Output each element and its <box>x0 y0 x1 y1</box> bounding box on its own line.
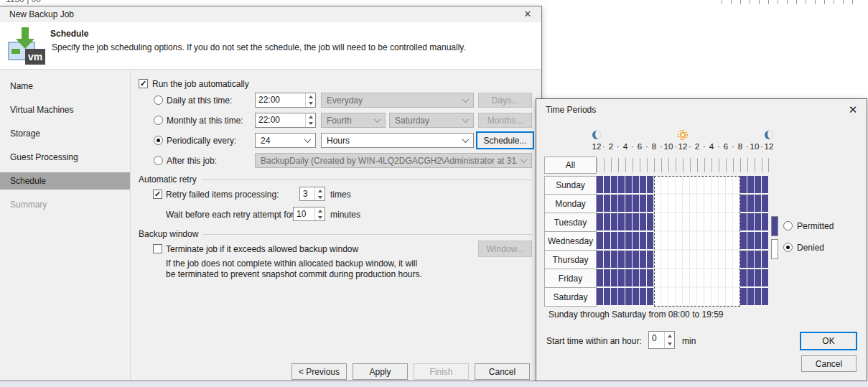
time-cell-friday-21[interactable] <box>747 269 755 288</box>
daily-radio[interactable] <box>154 95 163 105</box>
close-icon[interactable]: ✕ <box>844 103 862 116</box>
monthly-day-dropdown[interactable]: Saturday <box>389 113 474 128</box>
day-button-friday[interactable]: Friday <box>544 269 597 288</box>
time-cell-monday-19[interactable] <box>733 195 740 213</box>
time-cell-friday-23[interactable] <box>762 269 769 288</box>
time-cell-thursday-3[interactable] <box>618 251 625 269</box>
time-cell-monday-1[interactable] <box>604 195 611 213</box>
time-cell-saturday-2[interactable] <box>611 288 618 307</box>
time-cell-monday-15[interactable] <box>704 195 711 213</box>
ok-button[interactable]: OK <box>800 332 857 350</box>
time-cell-saturday-12[interactable] <box>683 288 690 307</box>
time-cell-saturday-5[interactable] <box>633 288 640 307</box>
time-cell-wednesday-1[interactable] <box>604 232 611 251</box>
spin-down-icon[interactable] <box>315 214 325 220</box>
time-cell-wednesday-20[interactable] <box>740 232 747 251</box>
time-cell-friday-8[interactable] <box>654 269 661 288</box>
sidebar-item-guest-processing[interactable]: Guest Processing <box>0 149 130 166</box>
time-cell-saturday-18[interactable] <box>726 288 733 307</box>
time-cell-wednesday-11[interactable] <box>676 232 683 251</box>
time-cell-wednesday-17[interactable] <box>719 232 726 251</box>
days-button[interactable]: Days... <box>478 93 532 108</box>
time-cell-sunday-16[interactable] <box>711 176 719 195</box>
time-cell-tuesday-6[interactable] <box>640 213 647 232</box>
time-cell-tuesday-13[interactable] <box>690 213 697 232</box>
time-cell-wednesday-12[interactable] <box>683 232 690 251</box>
time-cell-friday-5[interactable] <box>633 269 640 288</box>
time-cell-tuesday-4[interactable] <box>625 213 633 232</box>
time-cell-thursday-7[interactable] <box>647 251 654 269</box>
hour-column-toggle[interactable] <box>704 158 711 172</box>
time-cell-friday-13[interactable] <box>690 269 697 288</box>
time-cell-tuesday-15[interactable] <box>704 213 711 232</box>
time-cell-wednesday-21[interactable] <box>747 232 755 251</box>
time-cell-saturday-4[interactable] <box>625 288 633 307</box>
sidebar-item-summary[interactable]: Summary <box>0 196 130 213</box>
time-cell-monday-0[interactable] <box>597 195 604 213</box>
time-cell-thursday-2[interactable] <box>611 251 618 269</box>
time-cell-friday-14[interactable] <box>697 269 704 288</box>
time-cell-thursday-17[interactable] <box>719 251 726 269</box>
time-cell-thursday-8[interactable] <box>654 251 661 269</box>
hour-column-toggle[interactable] <box>762 158 769 172</box>
day-button-monday[interactable]: Monday <box>544 195 597 213</box>
time-cell-monday-10[interactable] <box>668 195 676 213</box>
hour-column-toggle[interactable] <box>668 158 676 172</box>
after-job-dropdown[interactable]: BackupDaily (Created by WIN-4LQ2DGACGH2\… <box>255 153 532 168</box>
spinner-arrows[interactable] <box>314 208 325 220</box>
time-cell-tuesday-20[interactable] <box>740 213 747 232</box>
window-button[interactable]: Window... <box>478 241 532 257</box>
time-cell-monday-5[interactable] <box>633 195 640 213</box>
time-cell-tuesday-1[interactable] <box>604 213 611 232</box>
tp-cancel-button[interactable]: Cancel <box>801 355 857 372</box>
time-cell-tuesday-11[interactable] <box>676 213 683 232</box>
time-cell-monday-22[interactable] <box>755 195 762 213</box>
time-cell-sunday-21[interactable] <box>747 176 755 195</box>
time-cell-wednesday-6[interactable] <box>640 232 647 251</box>
time-cell-thursday-19[interactable] <box>733 251 740 269</box>
time-cell-sunday-15[interactable] <box>704 176 711 195</box>
time-cell-sunday-18[interactable] <box>726 176 733 195</box>
time-cell-thursday-20[interactable] <box>740 251 747 269</box>
time-cell-sunday-8[interactable] <box>654 176 661 195</box>
sidebar-item-virtual-machines[interactable]: Virtual Machines <box>0 101 130 118</box>
time-cell-saturday-8[interactable] <box>654 288 661 307</box>
time-cell-monday-6[interactable] <box>640 195 647 213</box>
spinner-arrows[interactable] <box>305 113 315 127</box>
time-cell-monday-18[interactable] <box>726 195 733 213</box>
after-job-radio[interactable] <box>154 156 163 165</box>
sidebar-item-schedule[interactable]: Schedule <box>0 172 130 190</box>
time-cell-saturday-19[interactable] <box>733 288 740 307</box>
wait-minutes-spinner[interactable]: 10 <box>293 207 325 221</box>
time-cell-tuesday-7[interactable] <box>647 213 654 232</box>
time-cell-saturday-20[interactable] <box>740 288 747 307</box>
spin-up-icon[interactable] <box>306 113 315 121</box>
hour-column-toggle[interactable] <box>676 158 683 172</box>
time-cell-thursday-18[interactable] <box>726 251 733 269</box>
time-cell-wednesday-13[interactable] <box>690 232 697 251</box>
hour-column-toggle[interactable] <box>597 158 604 172</box>
time-cell-monday-12[interactable] <box>683 195 690 213</box>
day-button-sunday[interactable]: Sunday <box>544 176 597 195</box>
time-cell-wednesday-15[interactable] <box>704 232 711 251</box>
hour-column-toggle[interactable] <box>683 158 690 172</box>
hour-column-toggle[interactable] <box>733 158 740 172</box>
time-cell-thursday-4[interactable] <box>625 251 633 269</box>
time-cell-friday-12[interactable] <box>683 269 690 288</box>
time-cell-sunday-23[interactable] <box>762 176 769 195</box>
spin-down-icon[interactable] <box>306 121 315 128</box>
time-cell-saturday-14[interactable] <box>697 288 704 307</box>
retry-checkbox[interactable]: ✓ <box>153 190 162 199</box>
time-cell-thursday-5[interactable] <box>633 251 640 269</box>
time-cell-monday-8[interactable] <box>654 195 661 213</box>
time-cell-friday-17[interactable] <box>719 269 726 288</box>
time-cell-friday-11[interactable] <box>676 269 683 288</box>
sidebar-item-storage[interactable]: Storage <box>0 125 130 142</box>
spin-up-icon[interactable] <box>315 187 325 194</box>
time-cell-friday-9[interactable] <box>661 269 668 288</box>
time-cell-saturday-11[interactable] <box>676 288 683 307</box>
hour-column-toggle[interactable] <box>740 158 747 172</box>
time-cell-tuesday-22[interactable] <box>755 213 762 232</box>
time-cell-tuesday-16[interactable] <box>711 213 719 232</box>
time-cell-monday-13[interactable] <box>690 195 697 213</box>
